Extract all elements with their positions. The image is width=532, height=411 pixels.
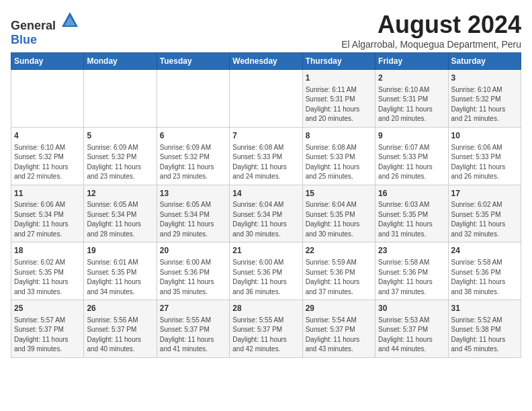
day-number: 5 xyxy=(87,130,153,142)
day-details: Sunrise: 6:08 AM Sunset: 5:33 PM Dayligh… xyxy=(232,143,299,182)
logo-blue: Blue xyxy=(11,33,37,46)
day-details: Sunrise: 5:59 AM Sunset: 5:36 PM Dayligh… xyxy=(306,258,372,297)
calendar-cell: 20Sunrise: 6:00 AM Sunset: 5:36 PM Dayli… xyxy=(157,242,229,300)
calendar-cell: 27Sunrise: 5:55 AM Sunset: 5:37 PM Dayli… xyxy=(157,300,229,358)
calendar-cell: 25Sunrise: 5:57 AM Sunset: 5:37 PM Dayli… xyxy=(11,300,84,358)
calendar-cell: 11Sunrise: 6:06 AM Sunset: 5:34 PM Dayli… xyxy=(11,185,84,242)
day-number: 27 xyxy=(160,303,226,314)
day-number: 6 xyxy=(160,130,226,142)
calendar-week-5: 25Sunrise: 5:57 AM Sunset: 5:37 PM Dayli… xyxy=(11,300,521,358)
day-number: 16 xyxy=(378,188,445,199)
day-number: 28 xyxy=(232,303,299,314)
calendar-cell xyxy=(11,70,84,128)
weekday-header-tuesday: Tuesday xyxy=(157,53,229,70)
day-number: 30 xyxy=(378,303,445,314)
day-details: Sunrise: 6:10 AM Sunset: 5:32 PM Dayligh… xyxy=(451,85,518,124)
day-details: Sunrise: 5:53 AM Sunset: 5:37 PM Dayligh… xyxy=(378,316,445,355)
calendar-cell: 24Sunrise: 5:58 AM Sunset: 5:36 PM Dayli… xyxy=(448,242,521,300)
day-details: Sunrise: 6:02 AM Sunset: 5:35 PM Dayligh… xyxy=(14,258,81,297)
weekday-header-sunday: Sunday xyxy=(11,53,84,70)
calendar-cell: 13Sunrise: 6:05 AM Sunset: 5:34 PM Dayli… xyxy=(157,185,229,242)
calendar-cell: 9Sunrise: 6:07 AM Sunset: 5:33 PM Daylig… xyxy=(375,127,448,185)
day-details: Sunrise: 6:06 AM Sunset: 5:34 PM Dayligh… xyxy=(14,200,81,239)
calendar-cell: 29Sunrise: 5:54 AM Sunset: 5:37 PM Dayli… xyxy=(302,300,375,358)
calendar-week-4: 18Sunrise: 6:02 AM Sunset: 5:35 PM Dayli… xyxy=(11,242,521,300)
calendar-cell xyxy=(84,70,157,128)
day-details: Sunrise: 5:57 AM Sunset: 5:37 PM Dayligh… xyxy=(14,316,81,355)
day-number: 24 xyxy=(451,245,518,257)
weekday-header-monday: Monday xyxy=(84,53,157,70)
day-number: 7 xyxy=(232,130,299,142)
day-number: 25 xyxy=(14,303,81,314)
day-details: Sunrise: 5:58 AM Sunset: 5:36 PM Dayligh… xyxy=(451,258,518,297)
calendar-cell: 21Sunrise: 6:00 AM Sunset: 5:36 PM Dayli… xyxy=(230,242,302,300)
calendar-cell: 1Sunrise: 6:11 AM Sunset: 5:31 PM Daylig… xyxy=(302,70,375,128)
calendar-cell: 22Sunrise: 5:59 AM Sunset: 5:36 PM Dayli… xyxy=(302,242,375,300)
day-number: 9 xyxy=(378,130,445,142)
calendar-cell: 31Sunrise: 5:52 AM Sunset: 5:38 PM Dayli… xyxy=(448,300,521,358)
title-section: August 2024 El Algarrobal, Moquegua Depa… xyxy=(341,11,521,50)
day-number: 29 xyxy=(306,303,372,314)
day-details: Sunrise: 6:00 AM Sunset: 5:36 PM Dayligh… xyxy=(160,258,226,297)
day-details: Sunrise: 6:04 AM Sunset: 5:35 PM Dayligh… xyxy=(306,200,372,239)
weekday-header-saturday: Saturday xyxy=(448,53,521,70)
day-details: Sunrise: 6:08 AM Sunset: 5:33 PM Dayligh… xyxy=(306,143,372,182)
logo-text: General Blue xyxy=(11,11,79,47)
calendar-cell: 5Sunrise: 6:09 AM Sunset: 5:32 PM Daylig… xyxy=(84,127,157,185)
day-details: Sunrise: 6:03 AM Sunset: 5:35 PM Dayligh… xyxy=(378,200,445,239)
day-details: Sunrise: 6:09 AM Sunset: 5:32 PM Dayligh… xyxy=(160,143,226,182)
weekday-header-row: SundayMondayTuesdayWednesdayThursdayFrid… xyxy=(11,53,521,70)
calendar-body: 1Sunrise: 6:11 AM Sunset: 5:31 PM Daylig… xyxy=(11,70,521,358)
calendar-cell xyxy=(230,70,302,128)
calendar-cell: 4Sunrise: 6:10 AM Sunset: 5:32 PM Daylig… xyxy=(11,127,84,185)
calendar-cell: 19Sunrise: 6:01 AM Sunset: 5:35 PM Dayli… xyxy=(84,242,157,300)
calendar-cell: 6Sunrise: 6:09 AM Sunset: 5:32 PM Daylig… xyxy=(157,127,229,185)
month-year-title: August 2024 xyxy=(341,11,521,39)
calendar-cell: 26Sunrise: 5:56 AM Sunset: 5:37 PM Dayli… xyxy=(84,300,157,358)
day-details: Sunrise: 6:05 AM Sunset: 5:34 PM Dayligh… xyxy=(87,200,153,239)
day-number: 15 xyxy=(306,188,372,199)
calendar-cell xyxy=(157,70,229,128)
logo-general: General xyxy=(11,19,56,32)
day-number: 26 xyxy=(87,303,153,314)
day-details: Sunrise: 6:06 AM Sunset: 5:33 PM Dayligh… xyxy=(451,143,518,182)
weekday-header-friday: Friday xyxy=(375,53,448,70)
day-details: Sunrise: 6:02 AM Sunset: 5:35 PM Dayligh… xyxy=(451,200,518,239)
day-details: Sunrise: 5:55 AM Sunset: 5:37 PM Dayligh… xyxy=(160,316,226,355)
day-number: 8 xyxy=(306,130,372,142)
calendar-cell: 15Sunrise: 6:04 AM Sunset: 5:35 PM Dayli… xyxy=(302,185,375,242)
day-number: 20 xyxy=(160,245,226,257)
day-number: 14 xyxy=(232,188,299,199)
day-number: 1 xyxy=(306,73,372,84)
calendar-week-3: 11Sunrise: 6:06 AM Sunset: 5:34 PM Dayli… xyxy=(11,185,521,242)
day-number: 13 xyxy=(160,188,226,199)
day-details: Sunrise: 5:54 AM Sunset: 5:37 PM Dayligh… xyxy=(306,316,372,355)
calendar-cell: 16Sunrise: 6:03 AM Sunset: 5:35 PM Dayli… xyxy=(375,185,448,242)
calendar-header: SundayMondayTuesdayWednesdayThursdayFrid… xyxy=(11,53,521,70)
calendar-cell: 18Sunrise: 6:02 AM Sunset: 5:35 PM Dayli… xyxy=(11,242,84,300)
day-details: Sunrise: 5:55 AM Sunset: 5:37 PM Dayligh… xyxy=(232,316,299,355)
day-number: 3 xyxy=(451,73,518,84)
day-details: Sunrise: 6:10 AM Sunset: 5:31 PM Dayligh… xyxy=(378,85,445,124)
day-number: 10 xyxy=(451,130,518,142)
calendar-cell: 7Sunrise: 6:08 AM Sunset: 5:33 PM Daylig… xyxy=(230,127,302,185)
day-details: Sunrise: 5:56 AM Sunset: 5:37 PM Dayligh… xyxy=(87,316,153,355)
day-number: 19 xyxy=(87,245,153,257)
calendar-cell: 3Sunrise: 6:10 AM Sunset: 5:32 PM Daylig… xyxy=(448,70,521,128)
day-number: 18 xyxy=(14,245,81,257)
day-details: Sunrise: 6:01 AM Sunset: 5:35 PM Dayligh… xyxy=(87,258,153,297)
day-details: Sunrise: 6:00 AM Sunset: 5:36 PM Dayligh… xyxy=(232,258,299,297)
calendar-cell: 28Sunrise: 5:55 AM Sunset: 5:37 PM Dayli… xyxy=(230,300,302,358)
logo: General Blue xyxy=(11,11,79,47)
calendar-cell: 14Sunrise: 6:04 AM Sunset: 5:34 PM Dayli… xyxy=(230,185,302,242)
calendar-week-2: 4Sunrise: 6:10 AM Sunset: 5:32 PM Daylig… xyxy=(11,127,521,185)
location-text: El Algarrobal, Moquegua Department, Peru xyxy=(341,39,521,50)
calendar-week-1: 1Sunrise: 6:11 AM Sunset: 5:31 PM Daylig… xyxy=(11,70,521,128)
calendar-cell: 10Sunrise: 6:06 AM Sunset: 5:33 PM Dayli… xyxy=(448,127,521,185)
calendar-cell: 8Sunrise: 6:08 AM Sunset: 5:33 PM Daylig… xyxy=(302,127,375,185)
calendar-cell: 17Sunrise: 6:02 AM Sunset: 5:35 PM Dayli… xyxy=(448,185,521,242)
day-details: Sunrise: 6:07 AM Sunset: 5:33 PM Dayligh… xyxy=(378,143,445,182)
weekday-header-wednesday: Wednesday xyxy=(230,53,302,70)
day-details: Sunrise: 6:09 AM Sunset: 5:32 PM Dayligh… xyxy=(87,143,153,182)
day-details: Sunrise: 6:10 AM Sunset: 5:32 PM Dayligh… xyxy=(14,143,81,182)
